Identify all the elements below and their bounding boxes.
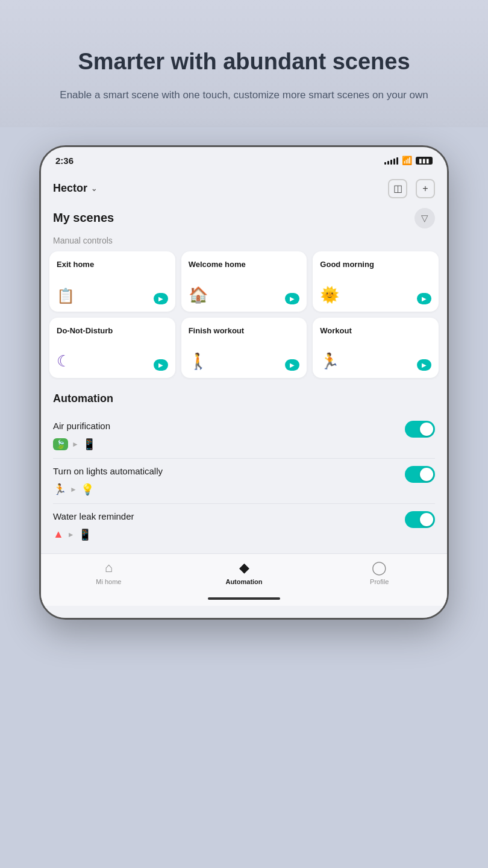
scene-card-finish-workout[interactable]: Finish workout 🚶 ▶ [181,318,307,378]
automation-row: Water leak reminder [53,511,435,528]
automation-section: Automation Air purification 🍃 ► 📱 [41,384,447,549]
action-icon-air: 📱 [83,438,96,451]
action-icon-water: 📱 [78,528,92,541]
scene-card-do-not-disturb[interactable]: Do-Not-Disturb ☾ ▶ [49,318,175,378]
messages-icon: ◫ [393,183,402,194]
automation-name-water: Water leak reminder [53,511,134,521]
run-arrow-icon: ▶ [290,362,295,368]
scene-card-exit-home[interactable]: Exit home 📋 ▶ [49,251,175,312]
scene-title-welcome-home: Welcome home [189,260,300,270]
add-button[interactable]: + [416,179,435,198]
profile-icon: ◯ [372,560,387,576]
arrow-icon: ► [72,440,79,448]
scene-card-bottom: 🚶 ▶ [189,352,300,371]
automation-icons-water: ▲ ► 📱 [53,528,435,541]
scene-title-do-not-disturb: Do-Not-Disturb [57,326,168,336]
chevron-down-icon: ⌄ [91,184,97,193]
run-arrow-icon: ▶ [290,295,295,302]
scene-card-bottom: 🌞 ▶ [320,286,431,304]
app-content: Hector ⌄ ◫ + My scenes ▽ [41,171,447,618]
automation-item-air-purification[interactable]: Air purification 🍃 ► 📱 [53,414,435,459]
status-bar: 2:36 📶 ▮▮▮ [41,147,447,171]
scene-card-workout[interactable]: Workout 🏃 ▶ [313,318,439,378]
top-nav: Hector ⌄ ◫ + [41,171,447,204]
run-arrow-icon: ▶ [422,362,427,368]
phone-mockup: 2:36 📶 ▮▮▮ Hector ⌄ [39,145,449,620]
hero-title: Smarter with abundant scenes [36,48,452,76]
filter-icon: ▽ [421,213,428,224]
manual-controls-label: Manual controls [41,233,447,251]
scene-card-bottom: 🏃 ▶ [320,352,431,371]
scene-card-good-morning[interactable]: Good morning 🌞 ▶ [313,251,439,312]
messages-button[interactable]: ◫ [388,179,407,198]
my-scenes-header: My scenes ▽ [41,204,447,233]
scene-run-workout[interactable]: ▶ [417,359,431,371]
add-icon: + [422,183,428,194]
automation-name-air: Air purification [53,421,110,431]
scene-title-workout: Workout [320,326,431,336]
scene-icon-welcome-home: 🏠 [189,286,208,304]
scene-title-finish-workout: Finish workout [189,326,300,336]
status-time: 2:36 [55,156,74,166]
scene-run-welcome-home[interactable]: ▶ [285,293,299,304]
bottom-nav-automation[interactable]: ◆ Automation [177,560,312,585]
filter-button[interactable]: ▽ [414,208,435,228]
scene-icon-exit-home: 📋 [57,288,75,304]
status-icons: 📶 ▮▮▮ [384,156,433,165]
automation-toggle-air[interactable] [405,421,435,438]
scenes-grid: Exit home 📋 ▶ Welcome home 🏠 ▶ [41,251,447,384]
bottom-nav: ⌂ Mi home ◆ Automation ◯ Profile [41,553,447,594]
scene-icon-finish-workout: 🚶 [189,352,208,371]
automation-name-lights: Turn on lights automatically [53,466,163,476]
wifi-icon: 📶 [402,156,412,165]
automation-item-water-leak[interactable]: Water leak reminder ▲ ► 📱 [53,504,435,549]
automation-toggle-lights[interactable] [405,466,435,483]
arrow-icon: ► [70,485,77,494]
profile-label: Profile [370,578,389,585]
scene-run-finish-workout[interactable]: ▶ [285,359,299,371]
automation-row: Air purification [53,421,435,438]
automation-heading: Automation [53,392,435,405]
scene-title-exit-home: Exit home [57,260,168,270]
home-indicator [41,594,447,606]
mi-home-icon: ⌂ [105,560,113,576]
hero-section: Smarter with abundant scenes Enable a sm… [0,0,488,127]
bottom-nav-profile[interactable]: ◯ Profile [311,560,447,585]
automation-icon: ◆ [239,560,249,576]
scene-card-bottom: ☾ ▶ [57,352,168,371]
home-bar [208,597,280,600]
battery-icon: ▮▮▮ [416,157,433,165]
automation-label: Automation [225,578,262,585]
trigger-icon-lights: 🏃 [53,483,66,496]
automation-item-lights[interactable]: Turn on lights automatically 🏃 ► 💡 [53,459,435,504]
scene-card-bottom: 🏠 ▶ [189,286,300,304]
scene-title-good-morning: Good morning [320,260,431,270]
scene-card-bottom: 📋 ▶ [57,288,168,304]
trigger-icon-water: ▲ [53,528,64,541]
bottom-nav-mi-home[interactable]: ⌂ Mi home [41,560,177,585]
automation-row: Turn on lights automatically [53,466,435,483]
mi-home-label: Mi home [96,578,121,585]
run-arrow-icon: ▶ [158,362,163,368]
automation-icons-lights: 🏃 ► 💡 [53,483,435,496]
signal-bars-icon [384,156,398,165]
scene-run-exit-home[interactable]: ▶ [154,293,168,304]
scene-icon-good-morning: 🌞 [320,286,339,304]
arrow-icon: ► [67,530,75,539]
action-icon-lights: 💡 [81,483,94,496]
scene-icon-do-not-disturb: ☾ [57,352,70,371]
scene-icon-workout: 🏃 [320,352,339,371]
scene-run-good-morning[interactable]: ▶ [417,293,431,304]
user-selector[interactable]: Hector ⌄ [53,182,97,195]
automation-icons-air: 🍃 ► 📱 [53,438,435,451]
automation-toggle-water[interactable] [405,511,435,528]
my-scenes-title: My scenes [53,211,114,225]
user-name-label: Hector [53,182,87,195]
run-arrow-icon: ▶ [158,295,163,302]
run-arrow-icon: ▶ [422,295,427,302]
scene-card-welcome-home[interactable]: Welcome home 🏠 ▶ [181,251,307,312]
phone-frame: 2:36 📶 ▮▮▮ Hector ⌄ [39,145,449,620]
trigger-icon-air: 🍃 [53,438,68,450]
scene-run-do-not-disturb[interactable]: ▶ [154,359,168,371]
nav-actions: ◫ + [388,179,435,198]
